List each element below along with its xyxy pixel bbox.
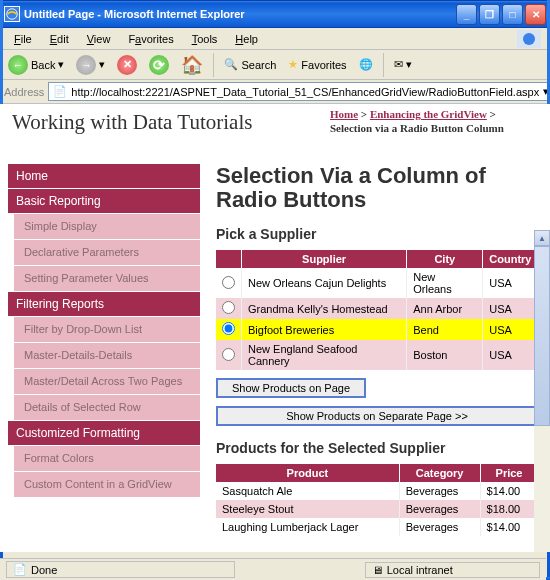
stop-button[interactable]: ✕	[113, 53, 141, 77]
back-button[interactable]: ← Back ▾	[4, 53, 68, 77]
status-text: Done	[31, 564, 57, 576]
sidebar-item[interactable]: Format Colors	[14, 445, 200, 471]
supplier-city: New Orleans	[407, 268, 483, 298]
sidebar-item[interactable]: Custom Content in a GridView	[14, 471, 200, 497]
stop-icon: ✕	[117, 55, 137, 75]
suppliers-grid: Supplier City Country New Orleans Cajun …	[216, 250, 538, 370]
supplier-name: New Orleans Cajun Delights	[242, 268, 407, 298]
supplier-city: Ann Arbor	[407, 298, 483, 319]
product-price: $14.00	[480, 518, 537, 536]
supplier-row: Grandma Kelly's HomesteadAnn ArborUSA	[216, 298, 538, 319]
supplier-radio[interactable]	[222, 276, 235, 289]
star-icon: ★	[288, 58, 298, 71]
sidebar-category[interactable]: Customized Formatting	[8, 420, 200, 445]
supplier-country: USA	[483, 319, 538, 340]
window-title: Untitled Page - Microsoft Internet Explo…	[24, 8, 456, 20]
close-button[interactable]: ✕	[525, 4, 546, 25]
toolbar: ← Back ▾ → ▾ ✕ ⟳ 🏠 🔍 Search ★ Favorites …	[0, 50, 550, 80]
search-button[interactable]: 🔍 Search	[220, 56, 280, 73]
supplier-row: New England Seafood CanneryBostonUSA	[216, 340, 538, 370]
sidebar-item[interactable]: Details of Selected Row	[14, 394, 200, 420]
supplier-city: Boston	[407, 340, 483, 370]
svg-point-2	[523, 33, 535, 45]
product-name: Laughing Lumberjack Lager	[216, 518, 399, 536]
supplier-country: USA	[483, 268, 538, 298]
refresh-button[interactable]: ⟳	[145, 53, 173, 77]
product-name: Sasquatch Ale	[216, 482, 399, 500]
window-titlebar: Untitled Page - Microsoft Internet Explo…	[0, 0, 550, 28]
sidebar-item[interactable]: Setting Parameter Values	[14, 265, 200, 291]
mail-button[interactable]: ✉▾	[390, 56, 416, 73]
product-category: Beverages	[399, 500, 480, 518]
chevron-down-icon: ▾	[406, 58, 412, 71]
supplier-name: New England Seafood Cannery	[242, 340, 407, 370]
menu-view[interactable]: View	[79, 31, 119, 47]
sidebar-category[interactable]: Filtering Reports	[8, 291, 200, 316]
pick-supplier-heading: Pick a Supplier	[216, 226, 538, 242]
supplier-country: USA	[483, 298, 538, 319]
col-city: City	[407, 250, 483, 268]
show-products-separate-page-button[interactable]: Show Products on Separate Page >>	[216, 406, 538, 426]
page-done-icon: 📄	[13, 563, 27, 576]
main-content: Selection Via a Column of Radio Buttons …	[200, 164, 550, 552]
zone-text: Local intranet	[387, 564, 453, 576]
product-price: $18.00	[480, 500, 537, 518]
statusbar: 📄 Done 🖥 Local intranet	[0, 558, 546, 580]
menu-favorites[interactable]: Favorites	[120, 31, 181, 47]
show-products-on-page-button[interactable]: Show Products on Page	[216, 378, 366, 398]
sidebar-category[interactable]: Home	[8, 164, 200, 188]
sidebar-item[interactable]: Filter by Drop-Down List	[14, 316, 200, 342]
refresh-icon: ⟳	[149, 55, 169, 75]
scrollbar-thumb[interactable]	[534, 246, 550, 426]
supplier-radio[interactable]	[222, 301, 235, 314]
col-price: Price	[480, 464, 537, 482]
supplier-name: Grandma Kelly's Homestead	[242, 298, 407, 319]
search-icon: 🔍	[224, 58, 238, 71]
vertical-scrollbar[interactable]: ▲ ▼	[534, 230, 550, 552]
supplier-radio[interactable]	[222, 322, 235, 335]
col-country: Country	[483, 250, 538, 268]
home-button[interactable]: 🏠	[177, 52, 207, 78]
page-viewport: Working with Data Tutorials Home > Enhan…	[0, 104, 550, 552]
product-row: Laughing Lumberjack LagerBeverages$14.00	[216, 518, 538, 536]
forward-button[interactable]: → ▾	[72, 53, 109, 77]
forward-arrow-icon: →	[76, 55, 96, 75]
home-icon: 🏠	[181, 54, 203, 76]
sidebar: HomeBasic ReportingSimple DisplayDeclara…	[8, 164, 200, 552]
media-button[interactable]: 🌐	[355, 56, 377, 73]
supplier-country: USA	[483, 340, 538, 370]
menu-edit[interactable]: Edit	[42, 31, 77, 47]
page-icon: 📄	[53, 85, 67, 98]
favorites-button[interactable]: ★ Favorites	[284, 56, 350, 73]
product-name: Steeleye Stout	[216, 500, 399, 518]
sidebar-item[interactable]: Declarative Parameters	[14, 239, 200, 265]
restore-button[interactable]: ❐	[479, 4, 500, 25]
scroll-up-button[interactable]: ▲	[534, 230, 550, 246]
supplier-radio[interactable]	[222, 348, 235, 361]
menu-file[interactable]: File	[6, 31, 40, 47]
sidebar-item[interactable]: Master/Detail Across Two Pages	[14, 368, 200, 394]
minimize-button[interactable]: _	[456, 4, 477, 25]
supplier-row: New Orleans Cajun DelightsNew OrleansUSA	[216, 268, 538, 298]
product-row: Sasquatch AleBeverages$14.00	[216, 482, 538, 500]
product-price: $14.00	[480, 482, 537, 500]
supplier-row: Bigfoot BreweriesBendUSA	[216, 319, 538, 340]
chevron-down-icon: ▾	[58, 58, 64, 71]
sidebar-item[interactable]: Master-Details-Details	[14, 342, 200, 368]
menu-help[interactable]: Help	[227, 31, 266, 47]
col-category: Category	[399, 464, 480, 482]
products-heading: Products for the Selected Supplier	[216, 440, 538, 456]
address-input[interactable]: 📄 http://localhost:2221/ASPNET_Data_Tuto…	[48, 82, 550, 101]
address-label: Address	[4, 86, 44, 98]
sidebar-category[interactable]: Basic Reporting	[8, 188, 200, 213]
maximize-button[interactable]: □	[502, 4, 523, 25]
breadcrumb-home[interactable]: Home	[330, 108, 358, 120]
chevron-down-icon: ▾	[99, 58, 105, 71]
sidebar-item[interactable]: Simple Display	[14, 213, 200, 239]
menu-tools[interactable]: Tools	[184, 31, 226, 47]
breadcrumb-enhancing[interactable]: Enhancing the GridView	[370, 108, 487, 120]
product-category: Beverages	[399, 482, 480, 500]
zone-icon: 🖥	[372, 564, 383, 576]
products-grid: Product Category Price Sasquatch AleBeve…	[216, 464, 538, 536]
page-heading: Selection Via a Column of Radio Buttons	[216, 164, 538, 212]
